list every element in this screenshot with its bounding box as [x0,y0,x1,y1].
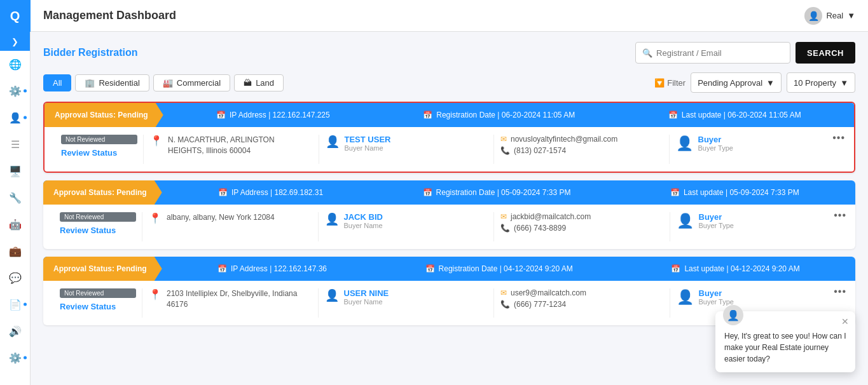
tab-land[interactable]: 🏔 Land [234,74,284,91]
buyer-name-label: Buyer Name [344,298,389,306]
review-status-section: Not Reviewed Review Status [53,288,142,318]
commercial-icon: 🏭 [163,78,173,88]
buyer-type-area: 👤 Buyer Buyer Type [677,288,740,306]
contact-section: ✉ jackbid@mailcatch.com 📞 (666) 743-8899 [494,212,670,241]
buyer-name-label: Buyer Name [345,144,391,152]
sidebar-item-speaker[interactable]: 🔊 [0,318,31,344]
buyer-type-name: Buyer [699,212,734,222]
buyer-type-section: 👤 Buyer Buyer Type [670,212,846,241]
search-input-wrap: 🔍 [635,42,790,64]
count-filter-select[interactable]: 10 Property ▼ [787,72,855,93]
user-menu[interactable]: 👤 Real ▼ [804,7,855,25]
avatar: 👤 [804,7,822,25]
buyer-type-name: Buyer [698,135,733,144]
tab-commercial[interactable]: 🏭 Commercial [153,74,230,91]
phone-text: (666) 777-1234 [514,300,566,309]
review-status-link[interactable]: Review Status [60,302,136,311]
contact-section: ✉ novusloyaltyfintech@gmail.com 📞 (813) … [494,135,670,164]
page-header: Bidder Registration 🔍 SEARCH [43,42,855,64]
buyer-icon: 👤 [326,135,340,149]
sidebar-logo[interactable]: Q [0,0,31,32]
calendar-icon: 📅 [670,188,680,197]
email-row: ✉ user9@mailcatch.com [500,288,663,297]
email-icon: ✉ [500,212,507,221]
sidebar-item-doc[interactable]: 📄 [0,291,31,318]
location-info: 📍 2103 Intelliplex Dr, Shelbyville, Indi… [149,288,312,310]
card-header-info: 📅 IP Address | 122.162.147.36 📅 Registra… [162,264,855,273]
sidebar-toggle[interactable]: ❯ [0,32,30,51]
search-input[interactable] [656,48,783,58]
buyer-section: 👤 TEST USER Buyer Name [319,135,495,164]
review-status-area: Not Reviewed Review Status [60,288,136,311]
search-button[interactable]: SEARCH [796,42,855,64]
phone-text: (666) 743-8899 [514,224,566,233]
filter-icon: 🔽 [654,78,665,88]
contact-info: ✉ user9@mailcatch.com 📞 (666) 777-1234 [500,288,663,309]
robot-icon: 🤖 [9,219,22,231]
chevron-right-icon: ❯ [11,37,18,46]
phone-icon: 📞 [500,224,510,233]
user-name: Real [826,11,843,20]
registration-card-0: Approval Status: Pending 📅 IP Address | … [43,102,855,173]
registration-date-section: 📅 Registration Date | 05-09-2024 7:33 PM [423,188,571,197]
page-title: Management Dashboard [43,9,176,22]
review-status-link[interactable]: Review Status [60,226,136,235]
more-options-button[interactable]: ••• [832,132,845,144]
not-reviewed-badge: Not Reviewed [60,288,136,298]
review-status-area: Not Reviewed Review Status [60,212,136,235]
location-text: N. MACARTHUR, ARLINGTON HEIGHTS, Illinoi… [168,135,312,156]
sidebar-item-menu[interactable]: ☰ [0,131,31,158]
calendar-icon: 📅 [217,264,227,273]
speaker-icon: 🔊 [9,325,22,337]
review-status-link[interactable]: Review Status [61,148,137,158]
logo-letter: Q [10,9,20,24]
sidebar-item-settings[interactable]: ⚙️ [0,78,31,104]
review-status-section: Not Reviewed Review Status [53,212,142,241]
last-update-section: 📅 Last update | 05-09-2024 7:33 PM [670,188,799,197]
location-info: 📍 albany, albany, New York 12084 [149,212,312,224]
registration-date: Registration Date | 05-09-2024 7:33 PM [436,188,571,197]
sidebar-item-globe[interactable]: 🌐 [0,51,31,78]
sidebar-item-briefcase[interactable]: 💼 [0,238,31,264]
buyer-type-icon: 👤 [676,135,693,152]
cards-container: Approval Status: Pending 📅 IP Address | … [43,102,855,325]
sidebar-item-monitor[interactable]: 🖥️ [0,158,31,184]
more-options-button[interactable]: ••• [834,286,846,297]
chevron-down-icon: ▼ [766,78,775,88]
search-icon: 🔍 [642,48,652,58]
buyer-icon: 👤 [325,288,339,302]
sidebar-item-settings2[interactable]: ⚙️ [0,344,31,371]
chat-close-button[interactable]: ✕ [841,316,849,327]
notification-dot [24,303,27,306]
sidebar-item-chat[interactable]: 💬 [0,264,31,291]
chat-message: Hey, It's great to see you! How can I ma… [724,330,846,365]
ip-address: IP Address | 122.162.147.225 [230,111,330,119]
settings-icon: ⚙️ [9,85,22,97]
buyer-section: 👤 JACK BID Buyer Name [319,212,495,241]
status-filter-select[interactable]: Pending Approval ▼ [691,72,782,93]
buyer-info: 👤 JACK BID Buyer Name [325,212,488,229]
more-options-button[interactable]: ••• [834,210,846,221]
email-text: user9@mailcatch.com [511,288,586,297]
sidebar-item-tool[interactable]: 🔧 [0,184,31,211]
buyer-name-label: Buyer Name [344,222,383,229]
calendar-icon: 📅 [216,111,226,119]
ip-address-section: 📅 IP Address | 182.69.182.31 [218,188,323,197]
buyer-type-area: 👤 Buyer Buyer Type [677,212,740,229]
last-update: Last update | 06-20-2024 11:05 AM [682,111,801,119]
sidebar-item-user[interactable]: 👤 [0,104,31,131]
card-header: Approval Status: Pending 📅 IP Address | … [45,103,854,127]
doc-icon: 📄 [9,299,22,311]
sidebar-item-robot[interactable]: 🤖 [0,211,31,238]
calendar-icon: 📅 [423,111,432,119]
email-icon: ✉ [500,288,507,297]
phone-row: 📞 (666) 743-8899 [500,224,663,233]
tab-all[interactable]: All [43,74,71,91]
location-pin-icon: 📍 [149,212,162,224]
registration-date-section: 📅 Registration Date | 06-20-2024 11:05 A… [423,111,575,119]
registration-date: Registration Date | 06-20-2024 11:05 AM [436,111,575,119]
location-section: 📍 albany, albany, New York 12084 [142,212,319,241]
tab-residential[interactable]: 🏢 Residential [75,74,149,91]
buyer-type-name: Buyer [699,288,734,298]
location-text: albany, albany, New York 12084 [167,212,275,223]
